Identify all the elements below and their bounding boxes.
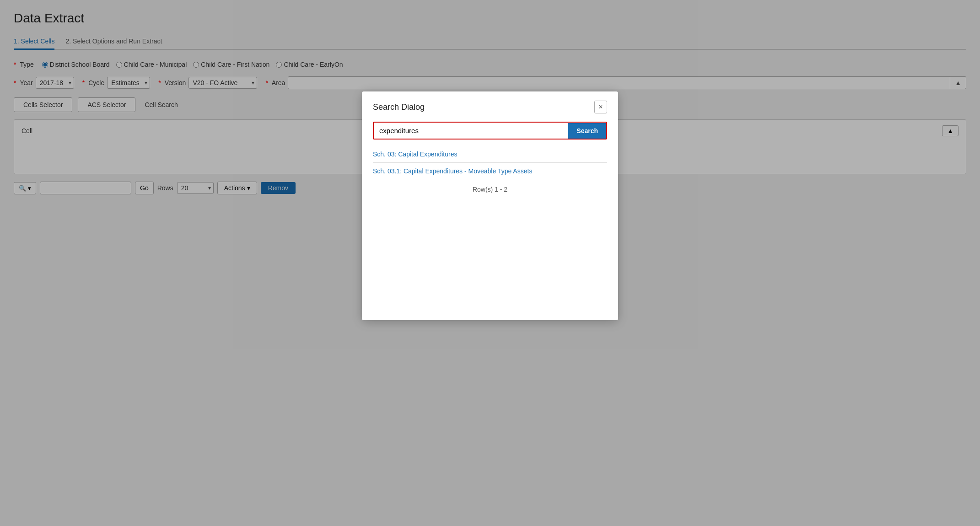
dialog-close-button[interactable]: ×	[594, 101, 607, 113]
search-result-1[interactable]: Sch. 03.1: Capital Expenditures - Moveab…	[373, 165, 607, 177]
dialog-header: Search Dialog ×	[373, 101, 607, 113]
search-box-wrapper: Search	[373, 122, 607, 140]
page-wrapper: Data Extract 1. Select Cells 2. Select O…	[0, 0, 980, 526]
dialog-search-button[interactable]: Search	[568, 123, 606, 139]
dialog-search-input[interactable]	[374, 123, 568, 139]
result-divider	[373, 162, 607, 163]
dialog-overlay: Search Dialog × Search Sch. 03: Capital …	[0, 0, 980, 526]
rows-count: Row(s) 1 - 2	[373, 186, 607, 193]
search-result-0[interactable]: Sch. 03: Capital Expenditures	[373, 148, 607, 161]
dialog-title: Search Dialog	[373, 102, 425, 112]
search-results: Sch. 03: Capital Expenditures Sch. 03.1:…	[373, 148, 607, 177]
search-dialog: Search Dialog × Search Sch. 03: Capital …	[362, 91, 618, 320]
